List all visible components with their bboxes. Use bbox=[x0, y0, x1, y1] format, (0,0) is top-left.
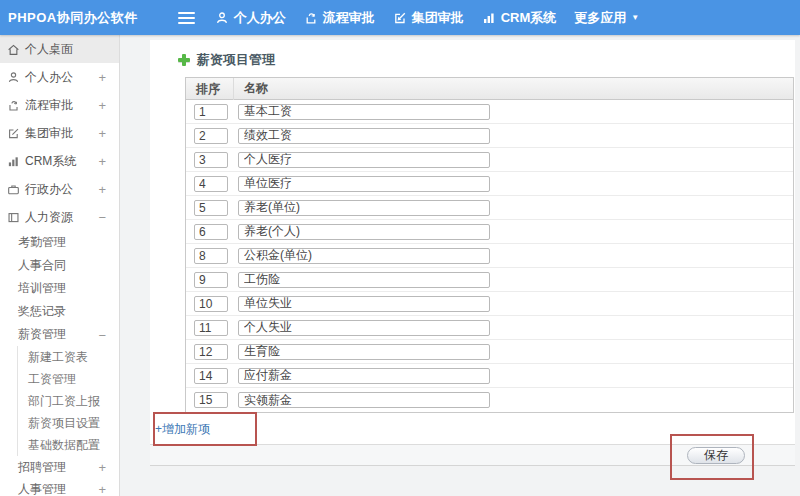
briefcase-icon bbox=[7, 183, 25, 196]
nav-group-approval[interactable]: 集团审批 bbox=[393, 9, 464, 27]
edit-icon bbox=[7, 127, 25, 140]
column-header-name: 名称 bbox=[234, 80, 268, 97]
name-input[interactable] bbox=[238, 128, 490, 144]
name-input[interactable] bbox=[238, 272, 490, 288]
name-input[interactable] bbox=[238, 368, 490, 384]
table-row bbox=[186, 100, 793, 124]
name-input[interactable] bbox=[238, 104, 490, 120]
sidebar-item-personnel-mgmt[interactable]: 人事管理 + bbox=[0, 478, 119, 496]
nav-more-apps[interactable]: 更多应用 ▼ bbox=[574, 9, 639, 27]
name-input[interactable] bbox=[238, 392, 490, 408]
name-input[interactable] bbox=[238, 320, 490, 336]
sidebar-item-label: 考勤管理 bbox=[18, 234, 66, 251]
sidebar-item-new-payroll[interactable]: 新建工资表 bbox=[18, 346, 119, 368]
nav-personal-office[interactable]: 个人办公 bbox=[215, 9, 286, 27]
sidebar-item-dept-payroll-report[interactable]: 部门工资上报 bbox=[18, 390, 119, 412]
edit-icon bbox=[393, 11, 412, 25]
order-input[interactable] bbox=[194, 128, 228, 144]
bar-chart-icon bbox=[7, 155, 25, 168]
sidebar: 个人桌面 个人办公 + 流程审批 + bbox=[0, 35, 120, 496]
order-input[interactable] bbox=[194, 272, 228, 288]
nav-label: 个人办公 bbox=[234, 9, 286, 27]
table-header-row: 排序 名称 bbox=[186, 78, 793, 100]
bar-chart-icon bbox=[482, 11, 501, 25]
sidebar-item-attendance-mgmt[interactable]: 考勤管理 bbox=[0, 231, 119, 254]
order-input[interactable] bbox=[194, 152, 228, 168]
order-input[interactable] bbox=[194, 248, 228, 264]
table-row bbox=[186, 172, 793, 196]
sidebar-item-personal-office[interactable]: 个人办公 + bbox=[0, 63, 119, 91]
sidebar-item-label: 奖惩记录 bbox=[18, 303, 66, 320]
sidebar-item-reward-records[interactable]: 奖惩记录 bbox=[0, 300, 119, 323]
sidebar-item-payroll-mgmt[interactable]: 工资管理 bbox=[18, 368, 119, 390]
sidebar-item-salary-mgmt[interactable]: 薪资管理 − bbox=[0, 323, 119, 346]
name-input[interactable] bbox=[238, 200, 490, 216]
sidebar-item-label: 个人桌面 bbox=[25, 41, 73, 58]
home-icon bbox=[7, 43, 25, 56]
sidebar-item-label: 集团审批 bbox=[25, 125, 73, 142]
app-logo: PHPOA协同办公软件 bbox=[0, 9, 138, 27]
nav-label: 集团审批 bbox=[412, 9, 464, 27]
name-input[interactable] bbox=[238, 224, 490, 240]
expand-plus-icon: + bbox=[98, 126, 106, 141]
name-input[interactable] bbox=[238, 248, 490, 264]
user-icon bbox=[215, 11, 234, 25]
table-row bbox=[186, 148, 793, 172]
name-input[interactable] bbox=[238, 296, 490, 312]
sidebar-item-label: 薪资项目设置 bbox=[28, 415, 100, 432]
sidebar-item-label: 培训管理 bbox=[18, 280, 66, 297]
add-new-item-link[interactable]: +增加新项 bbox=[155, 421, 210, 438]
order-input[interactable] bbox=[194, 104, 228, 120]
sidebar-item-hr-contract[interactable]: 人事合同 bbox=[0, 254, 119, 277]
footer-action-bar: 保存 bbox=[150, 444, 795, 466]
order-input[interactable] bbox=[194, 344, 228, 360]
sidebar-item-admin-office[interactable]: 行政办公 + bbox=[0, 175, 119, 203]
sidebar-item-label: 人事合同 bbox=[18, 257, 66, 274]
page-title: 薪资项目管理 bbox=[197, 51, 275, 69]
save-button[interactable]: 保存 bbox=[687, 447, 745, 464]
nav-process-approval[interactable]: 流程审批 bbox=[304, 9, 375, 27]
collapse-minus-icon: − bbox=[98, 210, 106, 225]
sidebar-item-process-approval[interactable]: 流程审批 + bbox=[0, 91, 119, 119]
sidebar-item-personal-desktop[interactable]: 个人桌面 bbox=[0, 35, 119, 63]
order-input[interactable] bbox=[194, 296, 228, 312]
sidebar-item-label: 招聘管理 bbox=[18, 459, 66, 476]
table-row bbox=[186, 364, 793, 388]
salary-items-table: 排序 名称 bbox=[185, 77, 794, 413]
order-input[interactable] bbox=[194, 392, 228, 408]
add-item-row: +增加新项 bbox=[155, 420, 795, 438]
app-window: PHPOA协同办公软件 个人办公 流程审批 bbox=[0, 0, 800, 496]
sidebar-item-crm-system[interactable]: CRM系统 + bbox=[0, 147, 119, 175]
nav-crm-system[interactable]: CRM系统 bbox=[482, 9, 557, 27]
sidebar-item-training-mgmt[interactable]: 培训管理 bbox=[0, 277, 119, 300]
user-icon bbox=[7, 71, 25, 84]
sidebar-item-base-data-config[interactable]: 基础数据配置 bbox=[18, 434, 119, 456]
order-input[interactable] bbox=[194, 200, 228, 216]
sidebar-item-label: 工资管理 bbox=[28, 371, 76, 388]
order-input[interactable] bbox=[194, 176, 228, 192]
page-title-row: 薪资项目管理 bbox=[178, 40, 795, 70]
sidebar-item-label: 人事管理 bbox=[18, 481, 66, 496]
table-row bbox=[186, 268, 793, 292]
chevron-down-icon: ▼ bbox=[631, 13, 639, 22]
expand-plus-icon: + bbox=[98, 182, 106, 197]
table-row bbox=[186, 196, 793, 220]
order-input[interactable] bbox=[194, 224, 228, 240]
order-input[interactable] bbox=[194, 320, 228, 336]
expand-plus-icon: + bbox=[98, 70, 106, 85]
book-icon bbox=[7, 211, 25, 224]
name-input[interactable] bbox=[238, 344, 490, 360]
name-input[interactable] bbox=[238, 152, 490, 168]
expand-plus-icon: + bbox=[98, 482, 106, 496]
order-input[interactable] bbox=[194, 368, 228, 384]
nav-label: 更多应用 bbox=[574, 9, 626, 27]
top-navigation: 个人办公 流程审批 集团审批 bbox=[215, 9, 658, 27]
sidebar-item-label: 基础数据配置 bbox=[28, 437, 100, 454]
hamburger-menu-icon[interactable] bbox=[178, 12, 195, 24]
sidebar-item-salary-item-settings[interactable]: 薪资项目设置 bbox=[18, 412, 119, 434]
name-input[interactable] bbox=[238, 176, 490, 192]
table-row bbox=[186, 292, 793, 316]
sidebar-item-group-approval[interactable]: 集团审批 + bbox=[0, 119, 119, 147]
sidebar-item-recruitment-mgmt[interactable]: 招聘管理 + bbox=[0, 456, 119, 478]
sidebar-item-human-resources[interactable]: 人力资源 − bbox=[0, 203, 119, 231]
